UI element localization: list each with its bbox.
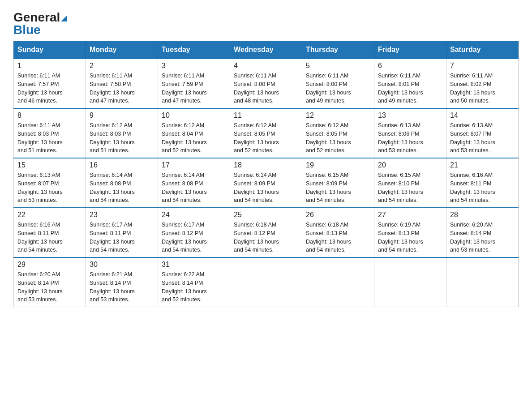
day-info: Sunrise: 6:13 AM Sunset: 8:07 PM Dayligh… [17,171,82,205]
calendar-cell: 13 Sunrise: 6:13 AM Sunset: 8:06 PM Dayl… [374,108,446,158]
day-number: 27 [378,211,442,219]
day-number: 13 [378,111,442,120]
calendar-cell: 14 Sunrise: 6:13 AM Sunset: 8:07 PM Dayl… [446,108,519,158]
calendar-header-wednesday: Wednesday [230,41,302,59]
day-number: 7 [450,62,515,70]
day-info: Sunrise: 6:18 AM Sunset: 8:12 PM Dayligh… [234,221,298,254]
calendar-cell: 17 Sunrise: 6:14 AM Sunset: 8:08 PM Dayl… [158,158,230,208]
page-header: General Blue [13,9,519,36]
day-info: Sunrise: 6:11 AM Sunset: 8:00 PM Dayligh… [306,72,370,105]
day-info: Sunrise: 6:14 AM Sunset: 8:08 PM Dayligh… [162,171,226,205]
calendar-cell: 25 Sunrise: 6:18 AM Sunset: 8:12 PM Dayl… [230,208,302,257]
day-info: Sunrise: 6:20 AM Sunset: 8:14 PM Dayligh… [450,221,515,254]
day-number: 16 [90,161,154,169]
day-number: 15 [17,161,82,169]
calendar-cell: 23 Sunrise: 6:17 AM Sunset: 8:11 PM Dayl… [86,208,158,257]
day-number: 24 [162,211,226,219]
calendar-cell: 6 Sunrise: 6:11 AM Sunset: 8:01 PM Dayli… [374,59,446,108]
calendar-cell: 27 Sunrise: 6:19 AM Sunset: 8:13 PM Dayl… [374,208,446,257]
calendar-cell: 18 Sunrise: 6:14 AM Sunset: 8:09 PM Dayl… [230,158,302,208]
day-number: 17 [162,161,226,169]
day-info: Sunrise: 6:11 AM Sunset: 8:00 PM Dayligh… [234,72,298,105]
calendar-cell [302,257,374,307]
calendar-cell: 15 Sunrise: 6:13 AM Sunset: 8:07 PM Dayl… [14,158,86,208]
day-number: 21 [450,161,515,169]
day-number: 30 [90,261,154,269]
day-number: 22 [17,211,82,219]
calendar-week-1: 1 Sunrise: 6:11 AM Sunset: 7:57 PM Dayli… [14,59,519,108]
calendar-table: SundayMondayTuesdayWednesdayThursdayFrid… [13,41,519,307]
calendar-header-friday: Friday [374,41,446,59]
day-info: Sunrise: 6:14 AM Sunset: 8:08 PM Dayligh… [90,171,154,205]
day-info: Sunrise: 6:12 AM Sunset: 8:05 PM Dayligh… [234,121,298,155]
day-info: Sunrise: 6:15 AM Sunset: 8:10 PM Dayligh… [378,171,442,205]
calendar-cell: 10 Sunrise: 6:12 AM Sunset: 8:04 PM Dayl… [158,108,230,158]
day-info: Sunrise: 6:11 AM Sunset: 7:59 PM Dayligh… [162,72,226,105]
day-number: 1 [17,62,82,70]
logo: General Blue [13,11,67,36]
calendar-header-saturday: Saturday [446,41,519,59]
day-info: Sunrise: 6:18 AM Sunset: 8:13 PM Dayligh… [306,221,370,254]
day-info: Sunrise: 6:12 AM Sunset: 8:04 PM Dayligh… [162,121,226,155]
calendar-cell [230,257,302,307]
calendar-week-4: 22 Sunrise: 6:16 AM Sunset: 8:11 PM Dayl… [14,208,519,257]
calendar-cell: 31 Sunrise: 6:22 AM Sunset: 8:14 PM Dayl… [158,257,230,307]
logo-blue-text: Blue [13,24,41,36]
day-number: 2 [90,62,154,70]
day-info: Sunrise: 6:20 AM Sunset: 8:14 PM Dayligh… [17,270,82,304]
day-number: 31 [162,261,226,269]
calendar-cell: 1 Sunrise: 6:11 AM Sunset: 7:57 PM Dayli… [14,59,86,108]
day-info: Sunrise: 6:12 AM Sunset: 8:05 PM Dayligh… [306,121,370,155]
day-number: 11 [234,111,298,120]
calendar-cell: 30 Sunrise: 6:21 AM Sunset: 8:14 PM Dayl… [86,257,158,307]
day-number: 20 [378,161,442,169]
calendar-cell: 29 Sunrise: 6:20 AM Sunset: 8:14 PM Dayl… [14,257,86,307]
calendar-cell: 16 Sunrise: 6:14 AM Sunset: 8:08 PM Dayl… [86,158,158,208]
calendar-header-tuesday: Tuesday [158,41,230,59]
day-number: 29 [17,261,82,269]
calendar-cell: 24 Sunrise: 6:17 AM Sunset: 8:12 PM Dayl… [158,208,230,257]
day-number: 8 [17,111,82,120]
calendar-header-thursday: Thursday [302,41,374,59]
day-number: 10 [162,111,226,120]
day-info: Sunrise: 6:11 AM Sunset: 8:03 PM Dayligh… [17,121,82,155]
calendar-cell [374,257,446,307]
day-info: Sunrise: 6:22 AM Sunset: 8:14 PM Dayligh… [162,270,226,304]
day-number: 19 [306,161,370,169]
calendar-week-3: 15 Sunrise: 6:13 AM Sunset: 8:07 PM Dayl… [14,158,519,208]
day-info: Sunrise: 6:13 AM Sunset: 8:06 PM Dayligh… [378,121,442,155]
calendar-week-5: 29 Sunrise: 6:20 AM Sunset: 8:14 PM Dayl… [14,257,519,307]
day-info: Sunrise: 6:12 AM Sunset: 8:03 PM Dayligh… [90,121,154,155]
calendar-cell: 8 Sunrise: 6:11 AM Sunset: 8:03 PM Dayli… [14,108,86,158]
day-number: 6 [378,62,442,70]
day-number: 28 [450,211,515,219]
day-number: 12 [306,111,370,120]
day-info: Sunrise: 6:15 AM Sunset: 8:09 PM Dayligh… [306,171,370,205]
calendar-cell: 11 Sunrise: 6:12 AM Sunset: 8:05 PM Dayl… [230,108,302,158]
day-number: 9 [90,111,154,120]
calendar-cell [446,257,519,307]
day-info: Sunrise: 6:17 AM Sunset: 8:11 PM Dayligh… [90,221,154,254]
day-info: Sunrise: 6:11 AM Sunset: 7:57 PM Dayligh… [17,72,82,105]
calendar-cell: 19 Sunrise: 6:15 AM Sunset: 8:09 PM Dayl… [302,158,374,208]
calendar-cell: 28 Sunrise: 6:20 AM Sunset: 8:14 PM Dayl… [446,208,519,257]
day-info: Sunrise: 6:14 AM Sunset: 8:09 PM Dayligh… [234,171,298,205]
calendar-cell: 20 Sunrise: 6:15 AM Sunset: 8:10 PM Dayl… [374,158,446,208]
day-info: Sunrise: 6:16 AM Sunset: 8:11 PM Dayligh… [450,171,515,205]
day-info: Sunrise: 6:11 AM Sunset: 8:01 PM Dayligh… [378,72,442,105]
day-number: 18 [234,161,298,169]
calendar-week-2: 8 Sunrise: 6:11 AM Sunset: 8:03 PM Dayli… [14,108,519,158]
calendar-cell: 3 Sunrise: 6:11 AM Sunset: 7:59 PM Dayli… [158,59,230,108]
day-number: 26 [306,211,370,219]
day-number: 5 [306,62,370,70]
calendar-header-row: SundayMondayTuesdayWednesdayThursdayFrid… [14,41,519,59]
day-number: 3 [162,62,226,70]
calendar-header-monday: Monday [86,41,158,59]
calendar-cell: 21 Sunrise: 6:16 AM Sunset: 8:11 PM Dayl… [446,158,519,208]
day-info: Sunrise: 6:11 AM Sunset: 7:58 PM Dayligh… [90,72,154,105]
calendar-header-sunday: Sunday [14,41,86,59]
calendar-cell: 12 Sunrise: 6:12 AM Sunset: 8:05 PM Dayl… [302,108,374,158]
day-number: 4 [234,62,298,70]
calendar-cell: 22 Sunrise: 6:16 AM Sunset: 8:11 PM Dayl… [14,208,86,257]
day-number: 23 [90,211,154,219]
